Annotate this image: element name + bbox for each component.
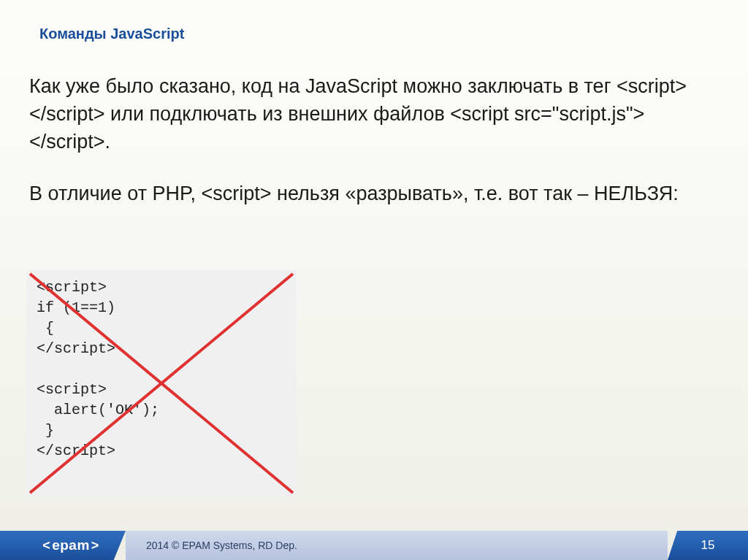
footer: < epam > 2014 © EPAM Systems, RD Dep. 15 [0,531,748,560]
paragraph-2: В отличие от PHP, <script> нельзя «разры… [29,180,709,208]
logo-text: < epam > [42,537,99,553]
chevron-left-icon: < [42,538,50,553]
page-number: 15 [668,531,748,560]
footer-logo: < epam > [26,531,126,560]
paragraph-1: Как уже было сказано, код на JavaScript … [29,73,709,156]
logo-label: epam [52,537,90,553]
chevron-right-icon: > [91,538,99,553]
footer-copyright: 2014 © EPAM Systems, RD Dep. [126,531,668,560]
code-example: <script> if (1==1) { </script> <script> … [26,270,297,496]
slide-body: Как уже было сказано, код на JavaScript … [29,73,709,208]
footer-accent [0,531,26,560]
slide: Команды JavaScript Как уже было сказано,… [0,0,748,560]
slide-title: Команды JavaScript [39,26,184,42]
